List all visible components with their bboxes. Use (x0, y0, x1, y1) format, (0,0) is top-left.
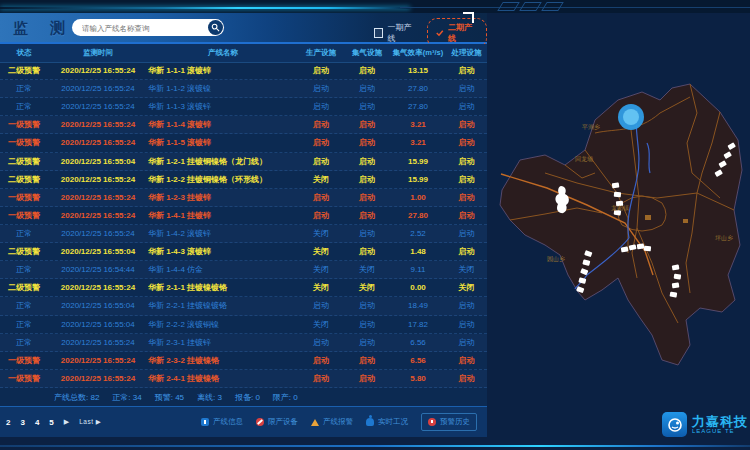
cell-time: 2020/12/25 16:55:24 (48, 356, 148, 365)
cell-name: 华新 2-2-2 滚镀铜镍 (148, 319, 298, 330)
table-row[interactable]: 正常2020/12/25 16:54:44华新 1-4-4 仿金关闭关闭9.11… (0, 261, 487, 279)
search-input[interactable] (80, 20, 204, 36)
panel-header: 监 测 一期产线 二期 (0, 13, 487, 44)
cell-name: 华新 1-2-3 挂镀锌 (148, 192, 298, 203)
table-row[interactable]: 正常2020/12/25 16:55:04华新 2-2-2 滚镀铜镍关闭启动17… (0, 316, 487, 334)
filter-phase1[interactable]: 一期产线 (374, 22, 417, 44)
cell-treat: 关闭 (446, 264, 487, 275)
map-place-label: 坪山乡 (715, 235, 733, 241)
legend-item-alarm[interactable]: 产线报警 (311, 417, 353, 427)
cell-treat: 启动 (446, 373, 487, 384)
table-row[interactable]: 二级预警2020/12/25 16:55:24华新 2-1-1 挂镀镍镀铬关闭关… (0, 279, 487, 297)
parallelogram-decor (497, 2, 520, 11)
cell-eff: 1.00 (390, 193, 446, 202)
cell-time: 2020/12/25 16:55:04 (48, 320, 148, 329)
table-row[interactable]: 正常2020/12/25 16:55:24华新 1-1-2 滚镀镍启动启动27.… (0, 80, 487, 98)
table-row[interactable]: 二级预警2020/12/25 16:55:24华新 1-1-1 滚镀锌启动启动1… (0, 62, 487, 80)
check-icon (436, 29, 444, 37)
page-button-4[interactable]: 4 (35, 418, 39, 427)
table-row[interactable]: 正常2020/12/25 16:55:04华新 2-2-1 挂镀镍镀铬启动启动1… (0, 297, 487, 315)
cell-eff: 3.21 (390, 120, 446, 129)
cell-prod: 关闭 (298, 319, 344, 330)
corner-bracket-decor (463, 12, 474, 23)
cell-treat: 启动 (446, 210, 487, 221)
legend-item-history[interactable]: 预警历史 (421, 413, 477, 431)
page-button-5[interactable]: 5 (49, 418, 53, 427)
legend-label: 限产设备 (268, 417, 298, 427)
cell-treat: 启动 (446, 119, 487, 130)
legend-label: 预警历史 (440, 417, 470, 427)
search-button[interactable] (208, 20, 223, 35)
cell-name: 华新 1-4-3 滚镀锌 (148, 246, 298, 257)
parallelogram-decor (519, 2, 542, 11)
table-row[interactable]: 一级预警2020/12/25 16:55:24华新 1-2-3 挂镀锌启动启动1… (0, 189, 487, 207)
cell-treat: 启动 (446, 355, 487, 366)
parallelogram-decor (541, 2, 564, 11)
legend-item-info[interactable]: 产线信息 (201, 417, 243, 427)
summary-限产: 限产: 0 (273, 392, 298, 403)
table-row[interactable]: 二级预警2020/12/25 16:55:24华新 1-2-2 挂镀铜镍铬（环形… (0, 171, 487, 189)
cell-eff: 18.49 (390, 301, 446, 310)
cell-prod: 关闭 (298, 228, 344, 239)
map-beacon-marker[interactable] (618, 104, 644, 130)
page-button-2[interactable]: 2 (6, 418, 10, 427)
cell-prod: 启动 (298, 337, 344, 348)
cell-prod: 启动 (298, 83, 344, 94)
cell-time: 2020/12/25 16:55:24 (48, 175, 148, 184)
cell-eff: 9.11 (390, 265, 446, 274)
cell-time: 2020/12/25 16:55:24 (48, 283, 148, 292)
page-title: 监 测 (13, 19, 74, 38)
history-icon (428, 418, 436, 426)
cell-prod: 关闭 (298, 264, 344, 275)
cell-name: 华新 2-3-1 挂镀锌 (148, 337, 298, 348)
cell-gas: 启动 (344, 83, 390, 94)
cell-status: 一级预警 (0, 373, 48, 384)
table-row[interactable]: 二级预警2020/12/25 16:55:04华新 1-2-1 挂镀铜镍铬（龙门… (0, 153, 487, 171)
district-map[interactable]: 平湖乡回龙埔龙岗镇坪山乡园山乡 (487, 13, 750, 437)
summary-产线总数: 产线总数: 82 (54, 392, 99, 403)
cell-gas: 启动 (344, 355, 390, 366)
table-row[interactable]: 正常2020/12/25 16:55:24华新 1-4-2 滚镀锌关闭启动2.5… (0, 225, 487, 243)
cell-gas: 启动 (344, 228, 390, 239)
table-row[interactable]: 一级预警2020/12/25 16:55:24华新 1-4-1 挂镀锌启动启动2… (0, 207, 487, 225)
summary-报备: 报备: 0 (235, 392, 260, 403)
cell-gas: 启动 (344, 300, 390, 311)
table-row[interactable]: 一级预警2020/12/25 16:55:24华新 1-1-5 滚镀锌启动启动3… (0, 134, 487, 152)
cell-status: 正常 (0, 101, 48, 112)
cell-treat: 启动 (446, 156, 487, 167)
summary-预警: 预警: 45 (155, 392, 184, 403)
cell-treat: 启动 (446, 337, 487, 348)
pagination: 2345▶Last ▶ (6, 418, 101, 427)
cell-time: 2020/12/25 16:55:04 (48, 301, 148, 310)
cell-status: 正常 (0, 83, 48, 94)
page-button-3[interactable]: 3 (20, 418, 24, 427)
last-page-button[interactable]: Last ▶ (79, 418, 101, 426)
legend-item-restrict[interactable]: 限产设备 (256, 417, 298, 427)
cell-prod: 启动 (298, 101, 344, 112)
next-page-button[interactable]: ▶ (64, 418, 69, 426)
table-body: 二级预警2020/12/25 16:55:24华新 1-1-1 滚镀锌启动启动1… (0, 62, 487, 388)
cell-prod: 启动 (298, 65, 344, 76)
cell-name: 华新 1-4-1 挂镀锌 (148, 210, 298, 221)
cell-eff: 13.15 (390, 66, 446, 75)
table-row[interactable]: 一级预警2020/12/25 16:55:24华新 2-4-1 挂镀镍铬启动启动… (0, 370, 487, 388)
table-row[interactable]: 正常2020/12/25 16:55:24华新 1-1-3 滚镀锌启动启动27.… (0, 98, 487, 116)
cell-eff: 27.80 (390, 102, 446, 111)
legend-label: 实时工况 (378, 417, 408, 427)
cell-name: 华新 2-3-2 挂镀镍铬 (148, 355, 298, 366)
cell-time: 2020/12/25 16:55:04 (48, 247, 148, 256)
cell-treat: 启动 (446, 137, 487, 148)
cell-eff: 17.82 (390, 320, 446, 329)
table-row[interactable]: 二级预警2020/12/25 16:55:04华新 1-4-3 滚镀锌关闭启动1… (0, 243, 487, 261)
cell-treat: 启动 (446, 192, 487, 203)
table-row[interactable]: 正常2020/12/25 16:55:24华新 2-3-1 挂镀锌启动启动6.5… (0, 334, 487, 352)
cell-status: 正常 (0, 264, 48, 275)
table-row[interactable]: 一级预警2020/12/25 16:55:24华新 2-3-2 挂镀镍铬启动启动… (0, 352, 487, 370)
cell-time: 2020/12/25 16:55:24 (48, 374, 148, 383)
summary-离线: 离线: 3 (197, 392, 222, 403)
table-row[interactable]: 一级预警2020/12/25 16:55:24华新 1-1-4 滚镀锌启动启动3… (0, 116, 487, 134)
legend-item-realtime[interactable]: 实时工况 (366, 417, 408, 427)
legend-label: 产线信息 (213, 417, 243, 427)
cell-time: 2020/12/25 16:54:44 (48, 265, 148, 274)
cell-status: 一级预警 (0, 355, 48, 366)
